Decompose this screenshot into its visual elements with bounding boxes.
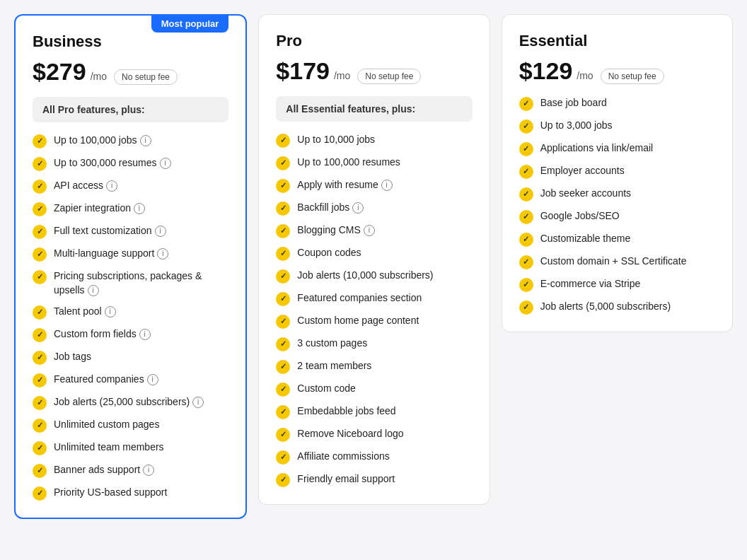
info-icon[interactable]: i	[192, 397, 204, 408]
feature-text: Applications via link/email	[540, 141, 654, 156]
feature-item: Remove Niceboard logo	[276, 427, 472, 442]
feature-text: Up to 300,000 resumesi	[54, 156, 171, 170]
feature-item: Customizable theme	[519, 232, 715, 247]
feature-item: Google Jobs/SEO	[519, 209, 715, 224]
feature-list-business: Up to 100,000 jobsi Up to 300,000 resume…	[33, 134, 228, 501]
feature-item: Custom code	[276, 382, 472, 397]
feature-text: API accessi	[54, 179, 117, 193]
feature-text: 2 team members	[297, 359, 371, 373]
info-icon[interactable]: i	[105, 306, 116, 317]
feature-text: Talent pooli	[54, 305, 116, 319]
check-icon	[276, 383, 290, 397]
check-icon	[276, 315, 290, 329]
feature-item: Zapier integrationi	[33, 202, 228, 216]
feature-item: Friendly email support	[276, 472, 472, 487]
info-icon[interactable]: i	[364, 225, 375, 236]
feature-text: Job tags	[54, 350, 91, 364]
check-icon	[519, 187, 533, 202]
feature-text: Full text customizationi	[54, 224, 166, 238]
feature-item: 2 team members	[276, 359, 472, 374]
feature-text: Friendly email support	[297, 472, 395, 486]
check-icon	[519, 210, 533, 224]
most-popular-badge: Most popular	[151, 15, 229, 33]
info-icon[interactable]: i	[106, 180, 117, 192]
feature-text: Custom home page content	[297, 314, 419, 328]
feature-item: Up to 100,000 jobsi	[33, 134, 228, 148]
feature-item: Unlimited custom pages	[33, 418, 228, 433]
check-icon	[519, 278, 533, 292]
no-setup-fee-business: No setup fee	[114, 69, 178, 85]
feature-item: Up to 3,000 jobs	[519, 119, 715, 134]
info-icon[interactable]: i	[160, 158, 171, 169]
feature-item: Job alerts (5,000 subscribers)	[519, 300, 715, 315]
check-icon	[33, 373, 47, 387]
feature-item: Apply with resumei	[276, 178, 472, 193]
feature-text: Unlimited team members	[54, 441, 164, 455]
check-icon	[33, 486, 47, 501]
check-icon	[519, 165, 533, 179]
check-icon	[33, 157, 47, 171]
info-icon[interactable]: i	[155, 226, 166, 237]
plan-price-essential: $129	[519, 57, 573, 85]
feature-item: Featured companiesi	[33, 373, 228, 387]
info-icon[interactable]: i	[147, 374, 158, 385]
check-icon	[519, 233, 533, 247]
info-icon[interactable]: i	[157, 248, 168, 259]
check-icon	[276, 360, 290, 374]
feature-item: Unlimited team members	[33, 441, 228, 455]
check-icon	[33, 202, 47, 216]
check-icon	[33, 396, 47, 410]
feature-list-pro: Up to 10,000 jobs Up to 100,000 resumes …	[276, 133, 472, 487]
feature-text: Remove Niceboard logo	[297, 427, 403, 441]
plan-price-row-business: $279 /mo No setup fee	[33, 58, 228, 86]
feature-text: Custom code	[297, 382, 355, 396]
check-icon	[33, 419, 47, 433]
info-icon[interactable]: i	[381, 180, 393, 191]
feature-text: Apply with resumei	[297, 178, 392, 192]
plan-name-business: Business	[33, 33, 228, 51]
feature-text: Custom form fieldsi	[54, 327, 151, 342]
check-icon	[519, 119, 533, 134]
info-icon[interactable]: i	[352, 202, 364, 214]
feature-list-essential: Base job board Up to 3,000 jobs Applicat…	[519, 96, 715, 315]
plan-price-mo-pro: /mo	[334, 70, 350, 81]
info-icon[interactable]: i	[139, 329, 151, 340]
check-icon	[33, 464, 47, 478]
feature-text: Job alerts (10,000 subscribers)	[297, 269, 433, 283]
info-icon[interactable]: i	[88, 285, 99, 296]
feature-item: Job tags	[33, 350, 228, 365]
feature-text: Backfill jobsi	[297, 201, 364, 215]
check-icon	[519, 142, 533, 156]
plan-price-business: $279	[33, 58, 86, 86]
feature-item: Custom home page content	[276, 314, 472, 329]
info-icon[interactable]: i	[143, 465, 154, 476]
check-icon	[33, 180, 47, 194]
feature-item: Employer accounts	[519, 164, 715, 179]
feature-text: Coupon codes	[297, 246, 361, 260]
feature-text: Banner ads supporti	[54, 463, 154, 477]
feature-item: 3 custom pages	[276, 337, 472, 351]
check-icon	[519, 255, 533, 269]
check-icon	[33, 328, 47, 342]
info-icon[interactable]: i	[134, 203, 145, 214]
feature-text: Up to 10,000 jobs	[297, 133, 375, 147]
feature-item: Full text customizationi	[33, 224, 228, 239]
check-icon	[276, 428, 290, 442]
feature-item: Featured companies section	[276, 291, 472, 306]
check-icon	[33, 134, 47, 148]
check-icon	[276, 269, 290, 284]
feature-text: Featured companiesi	[54, 373, 158, 387]
check-icon	[33, 351, 47, 365]
check-icon	[276, 179, 290, 193]
info-icon[interactable]: i	[140, 135, 151, 146]
check-icon	[33, 305, 47, 320]
check-icon	[276, 202, 290, 216]
plan-name-pro: Pro	[276, 32, 472, 50]
feature-text: Google Jobs/SEO	[540, 209, 620, 223]
check-icon	[33, 247, 47, 262]
feature-item: Up to 300,000 resumesi	[33, 156, 228, 171]
plan-card-essential: Essential $129 /mo No setup fee Base job…	[502, 14, 733, 332]
feature-item: Base job board	[519, 96, 715, 111]
feature-text: 3 custom pages	[297, 337, 367, 351]
feature-item: Blogging CMSi	[276, 223, 472, 238]
